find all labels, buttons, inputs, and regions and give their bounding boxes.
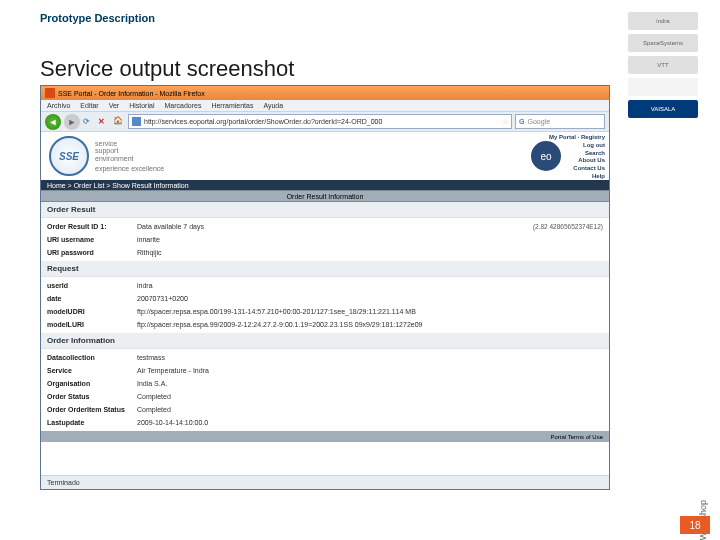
sse-header: SSE service support environment experien… xyxy=(41,132,609,180)
logo-spacesystems: SpaceSystems xyxy=(628,34,698,52)
subhead-order-result: Order Result xyxy=(41,202,609,218)
menu-history[interactable]: Historial xyxy=(129,102,154,109)
label-modelluri: modelLURI xyxy=(47,321,137,328)
val-uri-username: innarite xyxy=(137,236,603,243)
menu-bar: Archivo Editar Ver Historial Marcadores … xyxy=(41,100,609,112)
row-modelluri: modelLURI ftp://spacer.repsa.espa.99/200… xyxy=(41,318,609,331)
val-date: 20070731+0200 xyxy=(137,295,603,302)
val-datacollection: testmass xyxy=(137,354,603,361)
sse-logo-icon: SSE xyxy=(49,136,89,176)
row-organisation: Organisation India S.A. xyxy=(41,377,609,390)
val-userid: indra xyxy=(137,282,603,289)
prototype-description-label: Prototype Description xyxy=(40,12,155,24)
label-uri-password: URI password xyxy=(47,249,137,256)
firefox-icon xyxy=(45,88,55,98)
row-userid: userId indra xyxy=(41,279,609,292)
status-text: Terminado xyxy=(47,479,80,486)
home-icon[interactable]: 🏠 xyxy=(113,116,125,128)
label-order-status: Order Status xyxy=(47,393,137,400)
partner-logos: indra SpaceSystems VTT VAISALA xyxy=(628,12,708,132)
section-title-bar: Order Result Information xyxy=(41,190,609,202)
header-links: My Portal · Registry Log out Search Abou… xyxy=(549,134,605,181)
row-datacollection: Datacollection testmass xyxy=(41,351,609,364)
sse-logo-text: service support environment experience e… xyxy=(95,140,164,173)
val-organisation: India S.A. xyxy=(137,380,603,387)
val-order-status: Completed xyxy=(137,393,603,400)
sse-tag-support: support xyxy=(95,147,164,155)
browser-window: SSE Portal - Order Information - Mozilla… xyxy=(40,85,610,490)
sse-tag-service: service xyxy=(95,140,164,148)
window-titlebar: SSE Portal - Order Information - Mozilla… xyxy=(41,86,609,100)
label-service: Service xyxy=(47,367,137,374)
menu-edit[interactable]: Editar xyxy=(80,102,98,109)
toolbar: ◄ ► ⟳ ✕ 🏠 http://services.eoportal.org/p… xyxy=(41,112,609,132)
label-lastupdate: Lastupdate xyxy=(47,419,137,426)
page-number: 18 xyxy=(680,516,710,534)
footer-bar: Portal Terms of Use xyxy=(41,431,609,442)
val-modeludri: ftp://spacer.repsa.espa.00/199-131-14:57… xyxy=(137,308,603,315)
link-portal-registry[interactable]: My Portal · Registry xyxy=(549,134,605,142)
val-lastupdate: 2009-10-14-14:10:00.0 xyxy=(137,419,603,426)
url-bar[interactable]: http://services.eoportal.org/portal/orde… xyxy=(128,114,512,129)
val-service: Air Temperature - Indra xyxy=(137,367,603,374)
request-rows: userId indra date 20070731+0200 modelUDR… xyxy=(41,277,609,333)
bookmark-star-icon[interactable]: ☆ xyxy=(502,118,508,126)
link-about[interactable]: About Us xyxy=(549,157,605,165)
link-contact[interactable]: Contact Us xyxy=(549,165,605,173)
google-icon: G xyxy=(519,118,524,125)
page-title: Service output screenshot xyxy=(40,56,294,82)
menu-bookmarks[interactable]: Marcadores xyxy=(164,102,201,109)
row-date: date 20070731+0200 xyxy=(41,292,609,305)
subhead-request: Request xyxy=(41,261,609,277)
menu-file[interactable]: Archivo xyxy=(47,102,70,109)
window-title: SSE Portal - Order Information - Mozilla… xyxy=(58,90,205,97)
extra-order-result-id: (2.82 42865652374E12) xyxy=(533,223,603,230)
menu-help[interactable]: Ayuda xyxy=(263,102,283,109)
label-datacollection: Datacollection xyxy=(47,354,137,361)
label-modeludri: modelUDRI xyxy=(47,308,137,315)
search-placeholder: Google xyxy=(527,118,550,125)
reload-icon[interactable]: ⟳ xyxy=(83,117,95,126)
order-info-rows: Datacollection testmass Service Air Temp… xyxy=(41,349,609,431)
sse-tag-excellence: experience excellence xyxy=(95,165,164,173)
val-uri-password: Rithqijic xyxy=(137,249,603,256)
status-bar: Terminado xyxy=(41,475,609,489)
val-modelluri: ftp://spacer.repsa.espa.99/2009-2-12:24.… xyxy=(137,321,603,328)
sse-tag-env: environment xyxy=(95,155,164,163)
logo-indra: indra xyxy=(628,12,698,30)
stop-icon[interactable]: ✕ xyxy=(98,117,110,126)
label-organisation: Organisation xyxy=(47,380,137,387)
logo-vtt: VTT xyxy=(628,56,698,74)
logo-vaisala: VAISALA xyxy=(628,100,698,118)
label-userid: userId xyxy=(47,282,137,289)
row-order-status: Order Status Completed xyxy=(41,390,609,403)
row-uri-username: URI username innarite xyxy=(41,233,609,246)
link-help[interactable]: Help xyxy=(549,173,605,181)
row-lastupdate: Lastupdate 2009-10-14-14:10:00.0 xyxy=(41,416,609,429)
link-terms[interactable]: Portal Terms of Use xyxy=(550,434,603,440)
val-orderitem-status: Completed xyxy=(137,406,603,413)
label-orderitem-status: Order OrderItem Status xyxy=(47,406,137,413)
row-orderitem-status: Order OrderItem Status Completed xyxy=(41,403,609,416)
row-service: Service Air Temperature - Indra xyxy=(41,364,609,377)
label-uri-username: URI username xyxy=(47,236,137,243)
row-modeludri: modelUDRI ftp://spacer.repsa.espa.00/199… xyxy=(41,305,609,318)
row-uri-password: URI password Rithqijic xyxy=(41,246,609,259)
breadcrumb: Home > Order List > Show Result Informat… xyxy=(41,180,609,190)
link-logout[interactable]: Log out xyxy=(549,142,605,150)
search-box[interactable]: G Google xyxy=(515,114,605,129)
url-text: http://services.eoportal.org/portal/orde… xyxy=(144,118,382,125)
logo-blank xyxy=(628,78,698,96)
row-order-result-id: Order Result ID 1: Data available 7 days… xyxy=(41,220,609,233)
order-result-rows: Order Result ID 1: Data available 7 days… xyxy=(41,218,609,261)
forward-icon[interactable]: ► xyxy=(64,114,80,130)
favicon-icon xyxy=(132,117,141,126)
label-date: date xyxy=(47,295,137,302)
link-search[interactable]: Search xyxy=(549,150,605,158)
menu-tools[interactable]: Herramientas xyxy=(211,102,253,109)
val-order-result-id: Data available 7 days xyxy=(137,223,515,230)
label-order-result-id: Order Result ID 1: xyxy=(47,223,137,230)
back-icon[interactable]: ◄ xyxy=(45,114,61,130)
subhead-order-info: Order Information xyxy=(41,333,609,349)
menu-view[interactable]: Ver xyxy=(109,102,120,109)
